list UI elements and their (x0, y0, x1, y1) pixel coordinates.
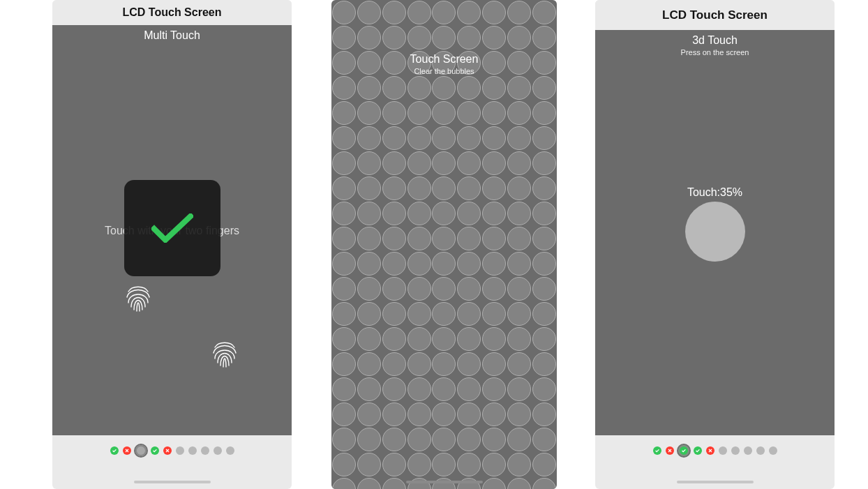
bubble[interactable] (457, 302, 481, 326)
bubble[interactable] (407, 176, 431, 200)
bubble[interactable] (507, 1, 531, 24)
bubble[interactable] (432, 252, 456, 276)
bubble[interactable] (382, 151, 406, 175)
bubble[interactable] (457, 453, 481, 476)
bubble[interactable] (332, 151, 356, 175)
bubble[interactable] (357, 227, 381, 250)
bubble[interactable] (532, 176, 556, 200)
bubble[interactable] (432, 403, 456, 426)
bubble[interactable] (507, 76, 531, 100)
bubble[interactable] (332, 176, 356, 200)
bubble[interactable] (382, 227, 406, 250)
bubble[interactable] (482, 302, 506, 326)
bubble[interactable] (482, 403, 506, 426)
bubble[interactable] (332, 377, 356, 401)
bubble[interactable] (407, 1, 431, 24)
bubble[interactable] (482, 327, 506, 351)
bubble[interactable] (357, 403, 381, 426)
bubble[interactable] (382, 51, 406, 75)
bubble[interactable] (507, 101, 531, 125)
bubble[interactable] (432, 202, 456, 225)
bubble[interactable] (507, 428, 531, 451)
bubble[interactable] (532, 101, 556, 125)
bubble[interactable] (507, 252, 531, 276)
bubble[interactable] (432, 26, 456, 50)
bubble[interactable] (407, 377, 431, 401)
bubble[interactable] (382, 202, 406, 225)
bubble[interactable] (357, 327, 381, 351)
bubble[interactable] (482, 277, 506, 301)
bubble[interactable] (432, 302, 456, 326)
bubble[interactable] (432, 428, 456, 451)
bubble[interactable] (382, 478, 406, 489)
bubble[interactable] (407, 428, 431, 451)
bubble[interactable] (332, 202, 356, 225)
bubble[interactable] (407, 51, 431, 75)
bubble[interactable] (357, 478, 381, 489)
bubble[interactable] (532, 252, 556, 276)
bubble[interactable] (382, 453, 406, 476)
bubble[interactable] (357, 151, 381, 175)
bubble[interactable] (332, 352, 356, 376)
test-canvas-bubbles[interactable]: Touch Screen Clear the bubbles (331, 0, 557, 489)
bubble[interactable] (432, 1, 456, 24)
bubble[interactable] (407, 252, 431, 276)
bubble[interactable] (507, 302, 531, 326)
bubble[interactable] (332, 126, 356, 150)
bubble[interactable] (457, 352, 481, 376)
bubble[interactable] (407, 26, 431, 50)
bubble[interactable] (332, 428, 356, 451)
bubble[interactable] (432, 151, 456, 175)
bubble[interactable] (382, 176, 406, 200)
bubble[interactable] (507, 352, 531, 376)
bubble[interactable] (507, 453, 531, 476)
bubble[interactable] (457, 428, 481, 451)
bubble[interactable] (407, 101, 431, 125)
bubble[interactable] (382, 277, 406, 301)
bubble[interactable] (407, 151, 431, 175)
bubble[interactable] (532, 126, 556, 150)
bubble[interactable] (407, 302, 431, 326)
bubble[interactable] (382, 76, 406, 100)
bubble[interactable] (407, 478, 431, 489)
bubble[interactable] (507, 126, 531, 150)
bubble[interactable] (457, 126, 481, 150)
bubble[interactable] (532, 227, 556, 250)
bubble[interactable] (332, 478, 356, 489)
bubble[interactable] (407, 202, 431, 225)
bubble[interactable] (407, 76, 431, 100)
bubble[interactable] (507, 403, 531, 426)
bubble[interactable] (532, 151, 556, 175)
bubble[interactable] (482, 428, 506, 451)
bubble[interactable] (532, 428, 556, 451)
bubble[interactable] (507, 151, 531, 175)
bubble[interactable] (332, 403, 356, 426)
bubble[interactable] (482, 51, 506, 75)
bubble[interactable] (532, 51, 556, 75)
bubble[interactable] (532, 26, 556, 50)
bubble[interactable] (432, 126, 456, 150)
bubble[interactable] (457, 227, 481, 250)
bubble[interactable] (457, 277, 481, 301)
bubble[interactable] (482, 76, 506, 100)
bubble[interactable] (507, 478, 531, 489)
bubble[interactable] (482, 453, 506, 476)
bubble[interactable] (432, 478, 456, 489)
bubble[interactable] (457, 151, 481, 175)
bubble[interactable] (482, 126, 506, 150)
bubble[interactable] (357, 252, 381, 276)
bubble[interactable] (457, 176, 481, 200)
bubble[interactable] (532, 453, 556, 476)
bubble[interactable] (482, 176, 506, 200)
bubble[interactable] (507, 327, 531, 351)
bubble[interactable] (357, 126, 381, 150)
bubble[interactable] (432, 453, 456, 476)
bubble[interactable] (332, 252, 356, 276)
bubble[interactable] (507, 51, 531, 75)
bubble[interactable] (382, 126, 406, 150)
bubble[interactable] (432, 176, 456, 200)
bubble[interactable] (357, 428, 381, 451)
bubble[interactable] (457, 403, 481, 426)
bubble[interactable] (457, 101, 481, 125)
bubble[interactable] (532, 403, 556, 426)
